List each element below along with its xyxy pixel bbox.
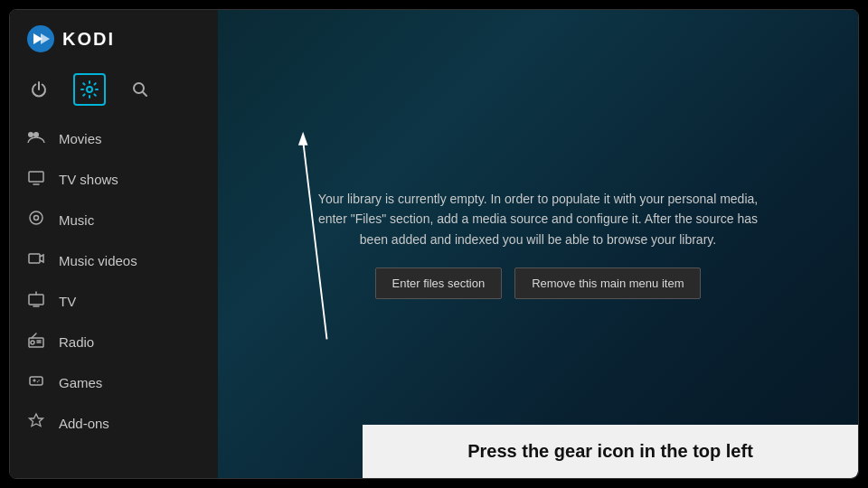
radio-label: Radio [59, 334, 94, 350]
tv-shows-icon [26, 168, 46, 191]
nav-list: Movies TV shows Music Music videos [10, 118, 218, 444]
tooltip-box: Press the gear icon in the top left [363, 425, 858, 478]
games-label: Games [59, 375, 102, 390]
sidebar-item-tv-shows[interactable]: TV shows [10, 159, 218, 200]
action-buttons: Enter files section Remove this main men… [303, 267, 773, 299]
add-ons-label: Add-ons [59, 416, 109, 431]
sidebar-item-radio[interactable]: Radio [10, 322, 218, 362]
sidebar-item-games[interactable]: Games [10, 362, 218, 403]
app-title: KODI [62, 29, 115, 50]
tv-icon [26, 290, 46, 313]
svg-rect-10 [29, 254, 40, 263]
search-icon[interactable] [124, 73, 156, 106]
movies-label: Movies [59, 131, 102, 146]
svg-point-8 [30, 211, 42, 224]
movies-icon [26, 127, 46, 150]
music-videos-icon [26, 249, 46, 272]
svg-rect-14 [30, 377, 42, 385]
top-icons-bar [10, 68, 218, 118]
music-label: Music [59, 212, 94, 228]
sidebar: KODI [10, 10, 218, 478]
tv-label: TV [59, 294, 76, 309]
power-icon[interactable] [23, 73, 55, 106]
sidebar-item-movies[interactable]: Movies [10, 118, 218, 159]
sidebar-item-add-ons[interactable]: Add-ons [10, 403, 218, 444]
svg-point-6 [28, 132, 33, 137]
sidebar-item-music-videos[interactable]: Music videos [10, 240, 218, 281]
settings-icon[interactable] [73, 73, 106, 106]
tooltip-text: Press the gear icon in the top left [467, 441, 753, 461]
sidebar-item-music[interactable]: Music [10, 200, 218, 240]
main-content: Your library is currently empty. In orde… [218, 10, 858, 478]
svg-point-13 [31, 341, 34, 344]
logo-area: KODI [10, 10, 218, 68]
sidebar-item-tv[interactable]: TV [10, 281, 218, 322]
radio-icon [26, 331, 46, 353]
library-message-box: Your library is currently empty. In orde… [285, 171, 791, 317]
tv-shows-label: TV shows [59, 172, 118, 187]
music-icon [26, 209, 46, 231]
add-ons-icon [26, 412, 46, 435]
svg-point-3 [87, 87, 92, 92]
library-message-text: Your library is currently empty. In orde… [303, 189, 773, 249]
music-videos-label: Music videos [59, 253, 137, 268]
svg-point-5 [33, 132, 39, 137]
kodi-logo-icon [26, 24, 55, 53]
remove-menu-item-button[interactable]: Remove this main menu item [514, 267, 701, 299]
kodi-screen: KODI [9, 9, 859, 479]
games-icon [26, 371, 46, 394]
svg-point-9 [34, 216, 39, 221]
svg-rect-11 [29, 295, 43, 305]
svg-rect-7 [29, 172, 43, 182]
svg-marker-16 [298, 132, 308, 145]
enter-files-button[interactable]: Enter files section [375, 267, 503, 299]
